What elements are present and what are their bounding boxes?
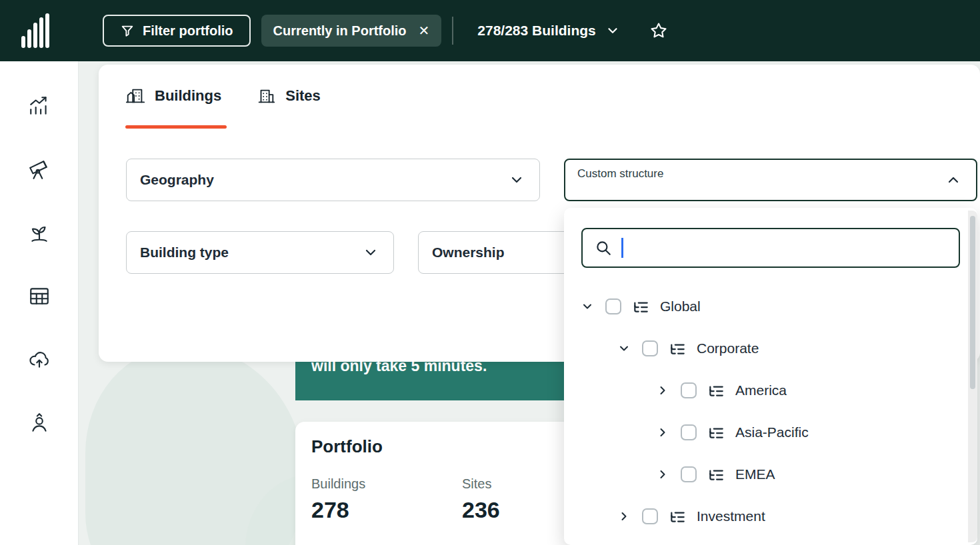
tree-item-global[interactable]: Global (564, 285, 964, 327)
scrollbar-thumb[interactable] (970, 216, 975, 389)
checkbox[interactable] (642, 340, 658, 356)
hierarchy-icon (632, 298, 649, 315)
chevron-up-icon (945, 172, 961, 188)
tree-item-label: Investment (697, 508, 765, 524)
tree-item-investment[interactable]: Investment (564, 495, 964, 537)
tree-item-label: Corporate (697, 340, 759, 356)
checkbox[interactable] (681, 466, 697, 482)
portfolio-filter-chip[interactable]: Currently in Portfolio ✕ (261, 15, 442, 47)
dropdown-label: Geography (140, 172, 214, 188)
tree-search-input[interactable] (581, 228, 960, 268)
tree-item-emea[interactable]: EMEA (564, 453, 964, 495)
sidebar-item-explore[interactable] (26, 158, 53, 181)
chevron-right-icon[interactable] (655, 383, 670, 398)
sites-icon (256, 87, 276, 105)
chevron-right-icon[interactable] (617, 509, 631, 524)
chevron-down-icon (605, 23, 620, 38)
buildings-icon (125, 87, 145, 105)
chevron-down-icon (363, 245, 379, 261)
sidebar-item-table[interactable] (26, 284, 53, 307)
top-bar: Filter portfolio Currently in Portfolio … (0, 0, 980, 61)
portfolio-card-title: Portfolio (311, 436, 383, 457)
tree-item-asia-pacific[interactable]: Asia-Pacific (564, 411, 964, 453)
building-type-dropdown[interactable]: Building type (126, 231, 394, 274)
checkbox[interactable] (642, 508, 658, 524)
app-logo (20, 12, 55, 49)
chevron-down-icon[interactable] (580, 299, 595, 314)
tab-buildings[interactable]: Buildings (125, 87, 221, 105)
filter-portfolio-button[interactable]: Filter portfolio (103, 15, 251, 47)
user-icon (28, 412, 51, 433)
table-icon (28, 285, 51, 306)
stat-label: Buildings (311, 476, 365, 492)
checkbox[interactable] (605, 298, 621, 314)
favorite-button[interactable] (649, 21, 668, 40)
chevron-down-icon[interactable] (617, 341, 631, 356)
geography-dropdown[interactable]: Geography (126, 159, 540, 201)
hierarchy-icon (707, 424, 725, 441)
custom-structure-dropdown[interactable]: Custom structure (564, 159, 977, 201)
tab-label: Sites (285, 87, 321, 105)
sidebar-item-account[interactable] (26, 411, 53, 434)
cloud-upload-icon (28, 348, 51, 370)
hierarchy-icon (707, 382, 725, 399)
dropdown-label: Ownership (432, 245, 505, 261)
dropdown-label: Building type (140, 245, 229, 261)
hierarchy-icon (669, 508, 686, 525)
filter-button-label: Filter portfolio (143, 23, 233, 39)
chevron-right-icon[interactable] (655, 425, 670, 440)
chip-label: Currently in Portfolio (273, 23, 407, 39)
chevron-right-icon[interactable] (655, 467, 670, 482)
sidebar-item-performance[interactable] (26, 95, 53, 117)
hierarchy-icon (669, 340, 686, 357)
sustainability-icon (28, 222, 51, 243)
buildings-count-dropdown[interactable]: 278/283 Buildings (477, 23, 619, 39)
filter-icon (120, 23, 135, 38)
search-icon (595, 239, 612, 257)
performance-chart-icon (28, 95, 51, 117)
scrollbar-track[interactable] (968, 211, 977, 542)
tree-item-corporate[interactable]: Corporate (564, 327, 964, 369)
tree-item-america[interactable]: America (564, 369, 964, 411)
sidebar-item-upload[interactable] (26, 348, 53, 370)
active-tab-indicator (125, 125, 227, 129)
checkbox[interactable] (681, 424, 697, 440)
tab-sites[interactable]: Sites (256, 87, 321, 105)
checkbox[interactable] (681, 382, 697, 398)
close-icon[interactable]: ✕ (419, 23, 430, 39)
stat-sites: Sites 236 (462, 476, 500, 523)
stat-value: 236 (462, 497, 500, 523)
tab-bar: Buildings Sites (125, 87, 321, 105)
stat-value: 278 (311, 497, 365, 523)
tab-label: Buildings (155, 87, 221, 105)
chevron-down-icon (509, 172, 525, 188)
hierarchy-icon (707, 466, 725, 483)
tree-item-label: Global (660, 298, 701, 314)
structure-tree: Global Corporate America (564, 285, 964, 537)
stat-buildings: Buildings 278 (311, 476, 365, 523)
custom-structure-panel: Global Corporate America (564, 208, 977, 545)
star-icon (649, 21, 668, 40)
sidebar-item-sustainability[interactable] (26, 221, 53, 244)
tree-item-label: EMEA (735, 466, 775, 482)
dropdown-label: Custom structure (577, 167, 663, 181)
sidebar-nav (0, 61, 79, 545)
tree-item-label: America (735, 382, 787, 398)
text-cursor (621, 238, 623, 258)
stat-label: Sites (462, 476, 500, 492)
topbar-divider (452, 17, 453, 45)
telescope-icon (28, 159, 51, 180)
tree-item-label: Asia-Pacific (735, 424, 809, 440)
buildings-count-label: 278/283 Buildings (477, 23, 595, 39)
